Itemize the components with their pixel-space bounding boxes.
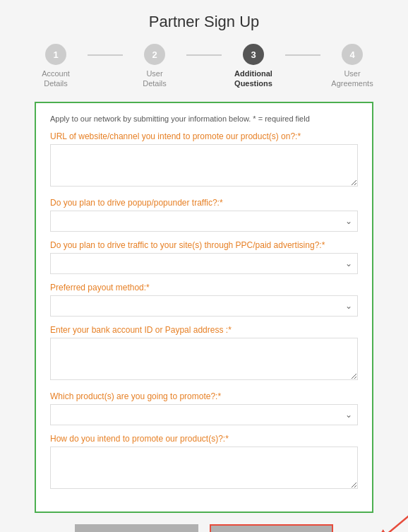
- step-2-label: UserDetails: [143, 69, 167, 89]
- ppc-select[interactable]: Yes No: [50, 253, 358, 274]
- bottom-area: Previous Next: [35, 524, 373, 532]
- payout-select[interactable]: Bank Transfer PayPal: [50, 295, 358, 317]
- popup-field-group: Do you plan to drive popup/popunder traf…: [50, 198, 358, 232]
- products-select[interactable]: [50, 404, 358, 425]
- next-button[interactable]: Next: [210, 524, 333, 532]
- products-field-group: Which product(s) are you going to promot…: [50, 391, 358, 425]
- promote-label: How do you intend to promote our product…: [50, 434, 358, 444]
- page-title: Partner Sign Up: [149, 13, 260, 31]
- bank-field-group: Enter your bank account ID or Paypal add…: [50, 325, 358, 383]
- popup-select[interactable]: Yes No: [50, 211, 358, 232]
- bank-input[interactable]: [50, 338, 358, 380]
- step-1-label: AccountDetails: [42, 69, 70, 89]
- step-connector-1: [88, 54, 123, 56]
- step-2-circle: 2: [144, 44, 165, 65]
- step-2: 2 UserDetails: [123, 44, 186, 89]
- promote-field-group: How do you intend to promote our product…: [50, 434, 358, 492]
- step-1-circle: 1: [45, 44, 66, 65]
- form-header: Apply to our network by submitting your …: [50, 114, 358, 123]
- payout-select-wrapper: Bank Transfer PayPal ⌄: [50, 295, 358, 317]
- url-input[interactable]: [50, 144, 358, 187]
- bank-label: Enter your bank account ID or Paypal add…: [50, 325, 358, 335]
- popup-label: Do you plan to drive popup/popunder traf…: [50, 198, 358, 208]
- popup-select-wrapper: Yes No ⌄: [50, 211, 358, 232]
- products-label: Which product(s) are you going to promot…: [50, 391, 358, 401]
- svg-line-1: [373, 510, 408, 532]
- form-container: Apply to our network by submitting your …: [35, 102, 373, 513]
- step-connector-2: [186, 54, 222, 56]
- step-3-label: AdditionalQuestions: [234, 69, 272, 89]
- promote-input[interactable]: [50, 447, 358, 489]
- step-4-circle: 4: [342, 44, 363, 65]
- products-select-wrapper: ⌄: [50, 404, 358, 425]
- step-4-label: UserAgreements: [331, 69, 373, 89]
- payout-field-group: Preferred payout method:* Bank Transfer …: [50, 283, 358, 317]
- step-3-circle: 3: [243, 44, 264, 65]
- step-4: 4 UserAgreements: [320, 44, 384, 89]
- ppc-label: Do you plan to drive traffic to your sit…: [50, 240, 358, 250]
- url-label: URL of website/channel you intend to pro…: [50, 131, 358, 141]
- step-1: 1 AccountDetails: [24, 44, 88, 89]
- step-3: 3 AdditionalQuestions: [222, 44, 285, 89]
- step-connector-3: [285, 54, 320, 56]
- previous-button[interactable]: Previous: [75, 524, 198, 532]
- stepper: 1 AccountDetails 2 UserDetails 3 Additio…: [0, 44, 408, 89]
- url-field-group: URL of website/channel you intend to pro…: [50, 131, 358, 189]
- ppc-select-wrapper: Yes No ⌄: [50, 253, 358, 274]
- payout-label: Preferred payout method:*: [50, 283, 358, 292]
- ppc-field-group: Do you plan to drive traffic to your sit…: [50, 240, 358, 274]
- nav-buttons: Previous Next: [35, 524, 373, 532]
